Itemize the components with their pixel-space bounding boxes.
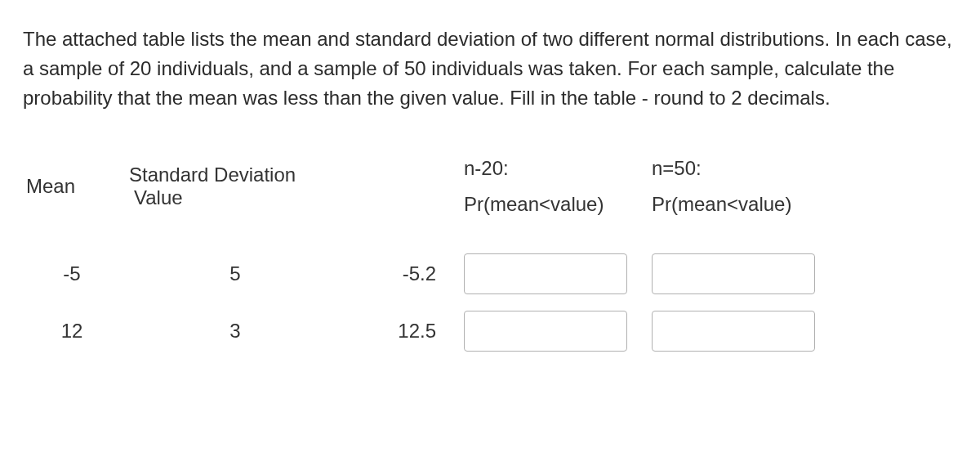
header-n20: n-20: Pr(mean<value) [464, 152, 644, 221]
row1-n20-input[interactable] [464, 253, 627, 294]
row1-value: -5.2 [350, 256, 456, 292]
header-mean: Mean [23, 170, 121, 203]
distribution-table: Mean Standard Deviation Value n-20: Pr(m… [23, 152, 957, 360]
row1-mean: -5 [23, 256, 121, 292]
header-sd-value: Standard Deviation Value [129, 159, 341, 214]
header-value: Value [134, 186, 183, 208]
row2-value: 12.5 [350, 313, 456, 349]
header-n50-top: n=50: [652, 157, 831, 180]
row2-n20-input[interactable] [464, 311, 627, 352]
header-n20-top: n-20: [464, 157, 644, 180]
header-n50: n=50: Pr(mean<value) [652, 152, 831, 221]
row2-sd: 3 [129, 313, 341, 349]
header-sd: Standard Deviation [129, 164, 296, 186]
row1-n50-input[interactable] [652, 253, 815, 294]
header-n50-bottom: Pr(mean<value) [652, 193, 831, 216]
row2-mean: 12 [23, 313, 121, 349]
question-text: The attached table lists the mean and st… [23, 25, 957, 113]
row1-sd: 5 [129, 256, 341, 292]
header-n20-bottom: Pr(mean<value) [464, 193, 644, 216]
row2-n50-input[interactable] [652, 311, 815, 352]
